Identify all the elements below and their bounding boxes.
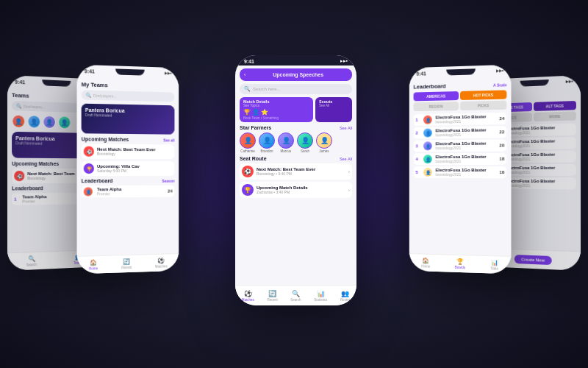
match-near-1: ⚽ Next Match: Best Team Ever Boostology: [82, 144, 175, 159]
center-bottom-nav: ⚽ Matches 🔄 Recent 🔍 Search 📊 Statistics…: [235, 285, 356, 305]
center-tag-1[interactable]: Match Details See Topics 🏆 👤 ⭐ Book Team…: [240, 97, 313, 122]
leaderboard-rows: 1 👤 ElectroFusa 1Go Blaster boostology20…: [414, 113, 507, 178]
center-matches: ⚽ Next Match: Best Team Ever Boostology …: [240, 163, 352, 198]
avatar-2: 👤: [27, 115, 40, 129]
leaderboard-tags: AMERICAS HOT PICKS REGION PICKS: [414, 90, 507, 111]
center-match-icon-1: ⚽: [242, 166, 254, 177]
player-5: 👤 James: [316, 132, 332, 153]
nav-home-right[interactable]: 🏠 Home: [421, 258, 430, 269]
bottom-nav-near-right: 🏠 Home 🏆 Boards 📊 Stats: [409, 253, 512, 274]
notch: [42, 79, 71, 87]
near-right-screen: Leaderboard A Scale AMERICAS HOT PICKS R…: [409, 77, 512, 263]
player-3: 👤 Marcus: [278, 132, 294, 153]
center-nav-recent[interactable]: 🔄 Recent: [267, 290, 277, 302]
notch-left: [115, 68, 145, 75]
scale-tag-4: MORE: [534, 111, 576, 121]
phone-near-left: 9:41 ▸▸▪ My Teams 🔍 Find players... Pant…: [77, 65, 179, 275]
right-leader-2: 2 👤 ElectroFusa 1Go Blaster boostology20…: [414, 126, 507, 138]
tag-hot-picks[interactable]: HOT PICKS: [460, 90, 506, 100]
tag-empty-1: REGION: [414, 102, 459, 111]
right-avatar-3: 👤: [423, 141, 432, 150]
notch-near-right: [446, 68, 476, 75]
leaderboard-near-label: Leaderboard Season: [82, 178, 175, 183]
center-search-bar[interactable]: 🔍 Search here...: [240, 84, 352, 94]
bottom-nav-near-left: 🏠 Home 🔄 Recent ⚽ Matches: [77, 253, 179, 274]
right-leader-4: 4 👤 ElectroFusa 1Go Blaster boostology20…: [414, 153, 507, 165]
phone-near-right: 9:41 ▸▸▪ Leaderboard A Scale AMERICAS HO…: [409, 65, 512, 275]
nav-stats-right[interactable]: 📊 Stats: [490, 259, 498, 270]
seat-route-header: Seat Route See All: [240, 156, 352, 161]
center-match-icon-2: 🏆: [242, 184, 254, 196]
right-avatar-1: 👤: [423, 116, 432, 124]
center-nav-stats[interactable]: 📊 Statistics: [314, 290, 327, 302]
player-4: 👤 Sarah: [297, 132, 313, 153]
leader-near-1: 👤 Team Alpha Premier 24: [82, 185, 175, 198]
center-notch: [284, 59, 310, 64]
match-near-icon-2: 🏆: [84, 163, 94, 174]
match-near-icon-1: ⚽: [84, 146, 94, 157]
player-2: 👤 Brandon: [259, 132, 275, 153]
avatar-3: 👤: [43, 116, 56, 129]
avatar-4: 👤: [58, 116, 71, 129]
create-new-button[interactable]: Create New: [514, 254, 552, 264]
right-leader-1: 1 👤 ElectroFusa 1Go Blaster boostology20…: [414, 113, 507, 126]
right-leader-5: 5 👤 ElectroFusa 1Go Blaster boostology20…: [414, 166, 507, 178]
myteams-label: My Teams: [82, 81, 175, 90]
scene: 9:41 ▸▸▪ Teams 🔍 Find teams... 👤 👤 👤 👤 P…: [0, 0, 588, 368]
player-1: 👤 Catherine: [240, 132, 256, 153]
upcoming-matches-label: Upcoming Matches See all: [82, 136, 175, 142]
notch-far-right: [520, 79, 548, 87]
nav-recent[interactable]: 🔄 Recent: [121, 258, 132, 269]
match-icon-1: ⚽: [14, 171, 24, 181]
center-nav-matches[interactable]: ⚽ Matches: [242, 290, 254, 302]
center-match-2: 🏆 Upcoming Match Details Zacharias • 3:4…: [240, 182, 352, 198]
scale-tag-alt[interactable]: ALT TAGS: [534, 101, 576, 111]
nav-matches-left[interactable]: ⚽ Matches: [155, 258, 168, 269]
nav-home[interactable]: 🏠 Home: [89, 259, 98, 271]
phone-center: 9:41 ▸▸▪ ‹ Upcoming Speeches 🔍 Search he…: [235, 55, 356, 305]
star-farmers-header: Star Farmers See All: [240, 125, 352, 130]
tag-empty-2: PICKS: [460, 101, 506, 110]
right-avatar-2: 👤: [423, 128, 432, 137]
center-search-header: ‹ Upcoming Speeches: [240, 68, 352, 81]
back-icon[interactable]: ‹: [244, 72, 245, 77]
nav-boards[interactable]: 🏆 Boards: [455, 258, 465, 269]
right-leader-3: 3 👤 ElectroFusa 1Go Blaster boostology20…: [414, 139, 507, 152]
myteams-banner: Pantera Boricua Draft Nominated: [82, 104, 175, 135]
myteams-search[interactable]: 🔍 Find players...: [82, 90, 175, 102]
nav-search[interactable]: 🔍 Search: [26, 255, 37, 267]
leader-avatar: 👤: [84, 187, 93, 196]
center-tag-2[interactable]: Scouts See All: [315, 97, 352, 122]
center-status-bar: 9:41 ▸▸▪: [235, 55, 356, 66]
match-near-2: 🏆 Upcoming: Villa Cav Saturday 5:00 PM: [82, 161, 175, 176]
center-tags-row: Match Details See Topics 🏆 👤 ⭐ Book Team…: [240, 97, 352, 122]
right-avatar-5: 👤: [423, 168, 432, 177]
center-search-icon: 🔍: [244, 86, 251, 92]
right-avatar-4: 👤: [423, 155, 432, 163]
near-left-screen: My Teams 🔍 Find players... Pantera Boric…: [77, 77, 179, 263]
center-nav-search[interactable]: 🔍 Search: [290, 290, 301, 302]
avatar-1: 👤: [12, 114, 25, 128]
player-avatars: 👤 Catherine 👤 Brandon 👤 Marcus 👤 Sarah 👤…: [240, 132, 352, 153]
center-title: Upcoming Speeches: [248, 72, 348, 77]
tag-americas[interactable]: AMERICAS: [414, 91, 459, 101]
center-nav-roster[interactable]: 👥 Roster: [340, 290, 350, 302]
center-match-1: ⚽ Next Match: Best Team Ever Boostology …: [240, 163, 352, 180]
leaderboard-right-label: Leaderboard A Scale: [414, 81, 507, 90]
